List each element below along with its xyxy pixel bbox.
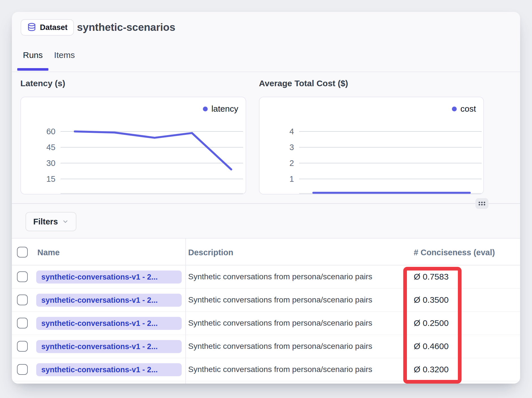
database-icon xyxy=(27,23,37,32)
dataset-type-badge: Dataset xyxy=(21,19,74,36)
page-title: synthetic-scenarios xyxy=(77,19,175,36)
column-header-conciseness[interactable]: # Conciseness (eval) xyxy=(414,248,495,257)
run-conciseness-value: Ø 0.4600 xyxy=(414,335,449,358)
svg-text:60: 60 xyxy=(46,127,55,136)
column-header-name[interactable]: Name xyxy=(37,248,60,257)
chevron-down-icon xyxy=(62,218,69,225)
svg-text:4: 4 xyxy=(289,127,294,136)
run-conciseness-value: Ø 0.7583 xyxy=(414,265,449,288)
latency-chart-legend: latency xyxy=(203,104,238,114)
row-checkbox[interactable] xyxy=(17,341,28,352)
cost-chart-plot: 4321 xyxy=(259,97,483,194)
run-name-badge[interactable]: synthetic-conversations-v1 - 2... xyxy=(36,317,182,330)
svg-text:2: 2 xyxy=(289,159,294,168)
run-name-label: synthetic-conversations-v1 - 2... xyxy=(36,317,182,330)
run-name-badge[interactable]: synthetic-conversations-v1 - 2... xyxy=(36,294,182,307)
dataset-page-card: Dataset synthetic-scenarios Runs Items L… xyxy=(12,12,520,384)
tab-bar: Runs Items xyxy=(17,45,80,71)
table-header-row: Name Description # Conciseness (eval) xyxy=(12,239,520,265)
run-name-label: synthetic-conversations-v1 - 2... xyxy=(36,294,182,307)
cost-legend-dot-icon xyxy=(452,107,457,111)
cost-chart-title: Average Total Cost ($) xyxy=(259,79,348,88)
latency-legend-dot-icon xyxy=(203,107,208,111)
run-description: Synthetic conversations from persona/sce… xyxy=(188,312,372,334)
run-description: Synthetic conversations from persona/sce… xyxy=(188,289,372,311)
svg-text:30: 30 xyxy=(46,159,55,168)
svg-text:3: 3 xyxy=(289,143,294,152)
run-description: Synthetic conversations from persona/sce… xyxy=(188,358,372,381)
row-checkbox[interactable] xyxy=(17,295,28,305)
runs-table: Name Description # Conciseness (eval) sy… xyxy=(12,238,520,384)
run-name-label: synthetic-conversations-v1 - 2... xyxy=(36,340,182,353)
dataset-badge-label: Dataset xyxy=(40,23,68,32)
section-divider xyxy=(12,203,520,204)
run-name-badge[interactable]: synthetic-conversations-v1 - 2... xyxy=(36,363,182,376)
svg-text:15: 15 xyxy=(46,174,55,183)
table-row: synthetic-conversations-v1 - 2... Synthe… xyxy=(12,289,520,312)
latency-legend-label: latency xyxy=(211,104,238,114)
row-checkbox[interactable] xyxy=(17,364,28,375)
run-description: Synthetic conversations from persona/sce… xyxy=(188,265,372,288)
filters-button-label: Filters xyxy=(33,217,58,226)
column-header-description[interactable]: Description xyxy=(188,248,233,257)
table-body: synthetic-conversations-v1 - 2... Synthe… xyxy=(12,265,520,381)
latency-chart-title: Latency (s) xyxy=(20,79,65,88)
cost-chart-legend: cost xyxy=(452,104,476,114)
cost-chart-card: 4321 cost xyxy=(259,97,484,194)
run-conciseness-value: Ø 0.3200 xyxy=(414,358,449,381)
run-name-badge[interactable]: synthetic-conversations-v1 - 2... xyxy=(36,340,182,353)
run-description: Synthetic conversations from persona/sce… xyxy=(188,335,372,358)
latency-chart-card: 60453015 latency xyxy=(20,97,246,194)
row-checkbox[interactable] xyxy=(17,271,28,282)
tab-runs[interactable]: Runs xyxy=(17,45,48,71)
filters-button[interactable]: Filters xyxy=(25,212,76,231)
table-row: synthetic-conversations-v1 - 2... Synthe… xyxy=(12,312,520,335)
section-resize-handle[interactable] xyxy=(475,198,488,209)
run-conciseness-value: Ø 0.2500 xyxy=(414,312,449,334)
tab-bar-divider xyxy=(12,72,520,72)
grip-dots-icon xyxy=(478,201,486,206)
table-row: synthetic-conversations-v1 - 2... Synthe… xyxy=(12,265,520,289)
cost-legend-label: cost xyxy=(460,104,476,114)
run-name-badge[interactable]: synthetic-conversations-v1 - 2... xyxy=(36,271,182,284)
table-row: synthetic-conversations-v1 - 2... Synthe… xyxy=(12,358,520,381)
run-name-label: synthetic-conversations-v1 - 2... xyxy=(36,271,182,284)
run-name-label: synthetic-conversations-v1 - 2... xyxy=(36,363,182,376)
tab-items[interactable]: Items xyxy=(48,45,80,71)
select-all-checkbox[interactable] xyxy=(17,247,28,258)
row-checkbox[interactable] xyxy=(17,318,28,328)
svg-text:1: 1 xyxy=(289,174,294,183)
run-conciseness-value: Ø 0.3500 xyxy=(414,289,449,311)
table-row: synthetic-conversations-v1 - 2... Synthe… xyxy=(12,335,520,358)
svg-text:45: 45 xyxy=(46,143,55,152)
